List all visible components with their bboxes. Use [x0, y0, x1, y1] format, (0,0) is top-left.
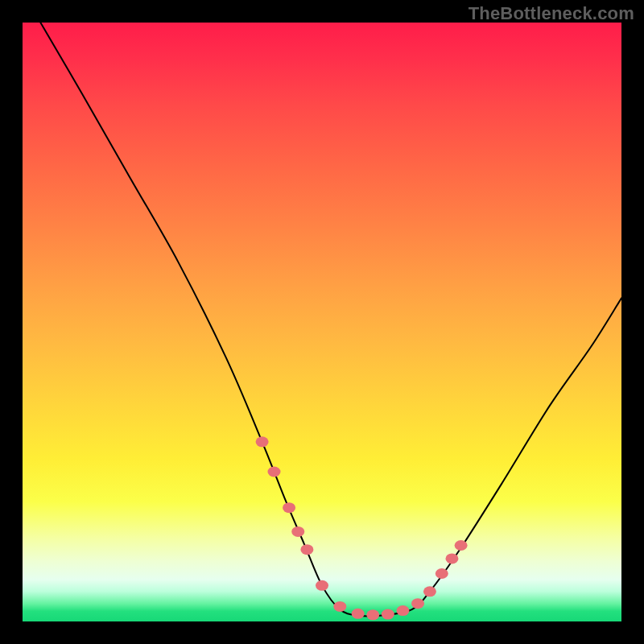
curve-svg: [23, 23, 621, 621]
curve-marker: [267, 467, 280, 477]
curve-marker: [382, 609, 394, 620]
curve-marker: [291, 526, 304, 537]
chart-frame: TheBottleneck.com: [0, 0, 644, 644]
watermark-text: TheBottleneck.com: [469, 3, 634, 24]
curve-markers: [256, 436, 468, 620]
plot-area: [23, 23, 621, 621]
curve-marker: [445, 553, 458, 564]
curve-marker: [411, 598, 424, 609]
curve-marker: [396, 605, 409, 616]
bottleneck-curve: [40, 23, 621, 616]
curve-marker: [455, 540, 468, 551]
curve-marker: [316, 580, 328, 591]
curve-marker: [283, 502, 295, 513]
curve-marker: [256, 436, 269, 447]
curve-marker: [352, 609, 365, 619]
curve-marker: [366, 609, 379, 620]
curve-marker: [300, 544, 313, 555]
curve-marker: [423, 586, 436, 597]
curve-marker: [436, 568, 448, 579]
curve-marker: [333, 601, 346, 612]
